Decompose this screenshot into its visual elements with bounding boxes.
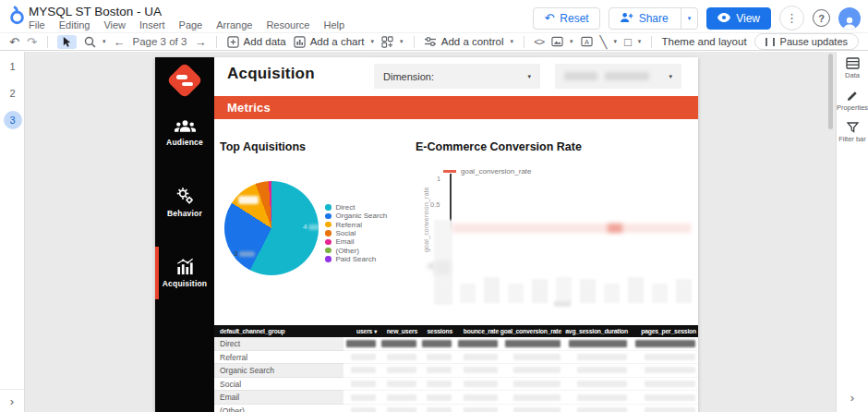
collapse-panel-chevron-icon[interactable]: ›	[837, 391, 868, 405]
col-new-users[interactable]: new_users	[379, 325, 419, 337]
redacted-blob	[513, 367, 561, 373]
channel-table[interactable]: default_channel_group users▾ new_users s…	[214, 325, 698, 412]
menu-item-insert[interactable]: Insert	[139, 19, 165, 30]
add-chart-button[interactable]: Add a chart ▾	[294, 36, 374, 48]
previous-page-arrow-icon[interactable]: ←	[114, 36, 126, 48]
menu-item-editing[interactable]: Editing	[59, 19, 90, 30]
table-row[interactable]: Direct	[214, 337, 698, 351]
col-avg-session-duration[interactable]: avg_session_duration	[563, 325, 630, 337]
avatar[interactable]	[838, 7, 861, 30]
redacted-blob	[427, 381, 452, 387]
image-tool-button[interactable]: ▾	[551, 36, 573, 47]
line-tool-button[interactable]: ╲ ▾	[600, 36, 617, 48]
legend-item[interactable]: Direct	[325, 203, 387, 212]
legend-swatch	[325, 204, 332, 211]
reset-button[interactable]: ↶ Reset	[533, 7, 599, 30]
date-range-dropdown[interactable]: ▾	[555, 64, 681, 89]
nav-item-acquisition[interactable]: Acquisition	[155, 253, 214, 293]
expand-pages-chevron-icon[interactable]: ›	[10, 394, 14, 408]
value-cell-redacted	[563, 405, 630, 412]
pie-slice-label-organic: 3	[234, 249, 255, 258]
line-chart-plot-area[interactable]	[434, 220, 694, 309]
dimension-dropdown[interactable]: Dimension: ▾	[374, 64, 540, 89]
col-bounce-rate[interactable]: bounce_rate	[454, 325, 500, 337]
looker-studio-logo-icon[interactable]	[8, 6, 26, 30]
page-indicator[interactable]: Page 3 of 3	[133, 36, 187, 47]
share-button[interactable]: Share ▾	[609, 7, 699, 30]
menu-item-resource[interactable]: Resource	[266, 19, 309, 30]
table-row[interactable]: Organic Search	[214, 364, 698, 378]
vertical-scrollbar[interactable]	[828, 54, 833, 129]
menu-item-view[interactable]: View	[103, 19, 126, 30]
more-options-button[interactable]: ⋮	[779, 6, 804, 30]
redacted-blob	[577, 394, 627, 401]
legend-item[interactable]: Email	[325, 237, 387, 246]
conversion-rate-highlight-blurred	[608, 224, 622, 233]
redacted-blob	[422, 340, 452, 348]
table-row[interactable]: Social	[214, 378, 698, 392]
panel-tab-filter-bar[interactable]: Filter bar	[837, 122, 868, 143]
col-default-channel-group[interactable]: default_channel_group	[214, 325, 344, 337]
gears-icon	[175, 187, 195, 205]
value-cell-redacted	[630, 364, 698, 378]
menu-item-help[interactable]: Help	[323, 19, 344, 30]
redacted-blob	[427, 394, 452, 401]
view-button[interactable]: View	[706, 7, 771, 30]
nav-item-behavior[interactable]: Behavior	[155, 182, 214, 223]
select-tool-button[interactable]	[57, 35, 77, 49]
page-thumb-2[interactable]: 2	[0, 80, 25, 105]
redacted-blob	[427, 407, 452, 412]
redo-icon[interactable]: ↷	[27, 36, 37, 48]
embed-code-icon[interactable]: <>	[534, 37, 544, 47]
community-visualizations-button[interactable]: ▾	[381, 36, 404, 48]
col-users-sorted[interactable]: users▾	[344, 325, 379, 337]
value-cell-redacted	[563, 337, 630, 351]
col-sessions[interactable]: sessions	[419, 325, 454, 337]
legend-item[interactable]: Referral	[325, 221, 387, 229]
value-cell-redacted	[500, 391, 563, 405]
menu-item-file[interactable]: File	[29, 19, 45, 30]
add-data-button[interactable]: Add data	[227, 36, 286, 48]
redacted-blob	[464, 354, 498, 360]
zoom-tool-button[interactable]: ▾	[84, 36, 106, 48]
table-body: DirectReferralOrganic SearchSocialEmail(…	[214, 337, 698, 412]
next-page-arrow-icon[interactable]: →	[194, 36, 206, 48]
redacted-blob	[532, 279, 548, 303]
legend-item[interactable]: Paid Search	[325, 255, 387, 263]
report-nav-list: Audience	[155, 115, 214, 293]
redacted-blob	[464, 381, 498, 387]
panel-tab-data[interactable]: Data	[837, 57, 868, 79]
report-title[interactable]: MYSQL ST Boston - UA	[29, 5, 162, 18]
channel-cell: Direct	[214, 337, 344, 351]
legend-swatch	[325, 239, 332, 246]
help-icon[interactable]: ?	[813, 9, 830, 27]
nav-item-audience[interactable]: Audience	[155, 115, 214, 151]
redacted-blob	[577, 407, 627, 412]
page-thumb-1[interactable]: 1	[0, 54, 25, 79]
menu-item-arrange[interactable]: Arrange	[216, 19, 252, 30]
redacted-blob	[645, 394, 695, 401]
value-cell-redacted	[630, 337, 698, 351]
undo-arrow-icon: ↶	[544, 12, 554, 24]
pause-updates-button[interactable]: Pause updates	[754, 33, 859, 50]
page-thumb-3-active[interactable]: 3	[0, 107, 25, 132]
legend-item[interactable]: Organic Search	[325, 212, 387, 220]
table-row[interactable]: (Other)	[214, 405, 698, 412]
chevron-down-icon: ▾	[527, 73, 531, 80]
add-control-button[interactable]: Add a control ▾	[424, 36, 513, 47]
legend-item[interactable]: (Other)	[325, 246, 387, 254]
table-row[interactable]: Email	[214, 391, 698, 405]
menu-item-page[interactable]: Page	[179, 19, 203, 30]
panel-tab-properties[interactable]: Properties	[837, 90, 868, 112]
undo-icon[interactable]: ↶	[9, 36, 19, 48]
table-row[interactable]: Referral	[214, 351, 698, 365]
share-dropdown-caret[interactable]: ▾	[681, 7, 698, 30]
shape-tool-button[interactable]: □ ▾	[624, 36, 641, 48]
legend-item[interactable]: Social	[325, 229, 387, 237]
redacted-blob	[513, 354, 561, 360]
redacted-text	[564, 72, 597, 80]
col-goal-conversion-rate[interactable]: goal_conversion_rate	[500, 325, 563, 337]
theme-layout-button[interactable]: Theme and layout	[662, 36, 747, 47]
col-pages-per-session[interactable]: pages_per_session	[630, 325, 698, 337]
text-box-icon[interactable]: A	[581, 36, 593, 47]
